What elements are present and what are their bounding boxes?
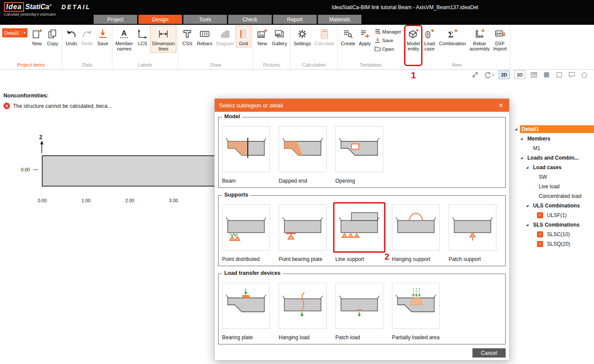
checkbox-checked-icon[interactable]: ✓ [537, 231, 543, 237]
dialog-item-hanging-support[interactable]: Hanging support [392, 204, 440, 262]
dialog-item-point-bearing-plate[interactable]: Point bearing plate [279, 204, 327, 262]
ribbon-button-dxf-import[interactable]: DXFDXF Import [491, 26, 508, 53]
expander-icon[interactable]: ◢ [520, 137, 526, 140]
ribbon-button-gallery[interactable]: Gallery [270, 26, 289, 47]
tab-check[interactable]: Check [228, 15, 272, 24]
dialog-item-point-distributed[interactable]: Point distributed [222, 204, 270, 262]
nonconformities-title: Nonconformities: [3, 93, 112, 99]
dialog-item-label: Point bearing plate [279, 256, 327, 262]
tree-item-m1[interactable]: M1 [514, 144, 594, 153]
tree-item-label: Load cases [531, 164, 563, 171]
ribbon-button-save[interactable]: Save [375, 36, 401, 45]
tree-item-uls-combinations[interactable]: ◢ULS Combinations [514, 201, 594, 210]
tree-item-members[interactable]: ◢Members [514, 134, 594, 144]
model-canvas[interactable]: Z 0.00 0.00 1.00 2.00 3.00 [16, 130, 217, 207]
tree-item-concentrated-load[interactable]: Concentrated load [514, 191, 594, 201]
ribbon-button-rebar-assembly[interactable]: Rebar assembly [468, 26, 491, 53]
point-distributed-thumbnail-icon [222, 204, 270, 250]
layers-filled-icon[interactable] [543, 71, 550, 79]
rebar-assembly-icon [474, 27, 485, 41]
view-3d-button[interactable]: 3D [514, 70, 525, 79]
tree-item-label: Detail1 [520, 125, 594, 133]
dialog-item-bearing-plate[interactable]: Bearing plate [222, 283, 270, 341]
ribbon-button-open[interactable]: Open [375, 45, 401, 53]
ribbon-button-undo[interactable]: Undo [64, 26, 79, 47]
cancel-button[interactable]: Cancel [472, 348, 506, 357]
ribbon-button-dimension-lines[interactable]: Dimension lines [150, 26, 176, 53]
ribbon-button-save[interactable]: Save [95, 26, 111, 47]
ribbon-button-label: Save [382, 38, 393, 43]
dialog-item-partially-loaded-area[interactable]: Partially loaded area [392, 283, 440, 341]
tree-item-sw[interactable]: SW [514, 172, 594, 182]
dialog-item-line-support[interactable]: 2Line support [335, 204, 383, 262]
dialog-item-label: Opening [335, 178, 383, 184]
dialog-item-beam[interactable]: Beam [222, 126, 270, 184]
dialog-group-title: Supports [222, 192, 250, 198]
view-2d-button[interactable]: 2D [499, 70, 510, 79]
app-logo: IdeaStatiCa®DETAIL Calculate yesterday's… [4, 2, 91, 17]
grid-table-icon[interactable] [530, 71, 538, 79]
expander-icon[interactable]: ◢ [515, 127, 520, 131]
dxf-import-icon: DXF [494, 27, 506, 41]
tree-item-loads-and-combin[interactable]: ◢Loads and Combin... [514, 153, 594, 163]
svg-text:1.00: 1.00 [81, 198, 91, 203]
rotate-view-icon[interactable]: ▾ [484, 71, 494, 79]
ribbon-button-lcs[interactable]: LCS [135, 26, 150, 47]
dialog-item-label: Patch support [449, 256, 496, 262]
tree-item-slsq-20[interactable]: ✓SLSQ(20) [514, 239, 594, 249]
tab-tools[interactable]: Tools [183, 15, 227, 24]
ribbon-button-load-case[interactable]: Load case [422, 26, 437, 53]
dialog-item-patch-load[interactable]: Patch load [335, 283, 383, 341]
ribbon-button-css[interactable]: CSS [179, 26, 195, 47]
tab-project[interactable]: Project [94, 15, 137, 24]
expander-icon[interactable]: ◢ [526, 223, 531, 227]
comment-icon[interactable] [568, 71, 576, 79]
tree-item-slsc-10[interactable]: ✓SLSC(10) [514, 230, 594, 239]
tab-report[interactable]: Report [273, 15, 317, 24]
tree-item-live-load[interactable]: Live load [514, 182, 594, 191]
dialog-close-button[interactable]: ✕ [497, 102, 505, 109]
beam-thumbnail-icon [222, 126, 270, 172]
dialog-item-patch-support[interactable]: Patch support [449, 204, 496, 262]
dim-lines-icon [158, 27, 169, 41]
ribbon-group-data: UndoRedoSaveData [62, 25, 112, 69]
dialog-item-hanging-load[interactable]: Hanging load [279, 283, 327, 341]
ribbon-button-grid[interactable]: Grid [236, 26, 251, 47]
tab-design[interactable]: Design [138, 15, 182, 24]
ribbon-button-apply[interactable]: Apply [357, 26, 373, 47]
ribbon-button-copy[interactable]: Copy [45, 26, 61, 47]
tree-item-sls-combinations[interactable]: ◢SLS Combinations [514, 220, 594, 230]
expander-icon[interactable]: ◢ [526, 204, 531, 207]
ribbon-button-combination[interactable]: ΣCombination [437, 26, 468, 47]
dialog-item-label: Partially loaded area [392, 334, 440, 341]
ribbon-button-rebars[interactable]: Rebars [195, 26, 214, 47]
ribbon-group-name: Labels [114, 62, 176, 69]
tab-materials[interactable]: Materials [318, 15, 361, 24]
dialog-item-label: Beam [222, 178, 270, 184]
ribbon-button-model-entity[interactable]: Model entity1 [405, 26, 422, 53]
layers-outline-icon[interactable] [555, 71, 563, 79]
tree-item-detail1[interactable]: ◢Detail1 [514, 124, 594, 134]
dialog-item-dapped-end[interactable]: Dapped end [279, 126, 327, 184]
ribbon-button-member-names[interactable]: AMember names [114, 26, 135, 53]
ribbon-button-label: Gallery [272, 41, 287, 46]
ribbon-button-settings[interactable]: Settings [292, 26, 313, 47]
home-icon[interactable] [580, 71, 588, 79]
ribbon-button-new[interactable]: New [254, 26, 270, 47]
checkbox-checked-icon[interactable]: ✓ [537, 212, 543, 218]
expander-icon[interactable]: ◢ [520, 156, 526, 160]
ribbon-group-name: Calculation [292, 62, 336, 69]
detail-selector[interactable]: Detail1▾ [2, 28, 27, 37]
fit-view-icon[interactable] [471, 71, 479, 79]
dialog-item-opening[interactable]: Opening [335, 126, 383, 184]
ribbon-button-create[interactable]: Create [339, 26, 357, 47]
ribbon-button-manager[interactable]: Manager [375, 27, 401, 36]
expander-icon[interactable]: ◢ [526, 166, 531, 169]
checkbox-checked-icon[interactable]: ✓ [537, 241, 543, 247]
chevron-down-icon: ▾ [492, 73, 494, 77]
ribbon-button-new[interactable]: New [29, 26, 45, 47]
tree-item-load-cases[interactable]: ◢Load cases [514, 163, 594, 172]
tree-item-ulsf-1[interactable]: ✓ULSF(1) [514, 210, 594, 220]
tree-item-label: SLS Combinations [531, 221, 581, 229]
ribbon-button-label: Diagram [216, 41, 234, 46]
